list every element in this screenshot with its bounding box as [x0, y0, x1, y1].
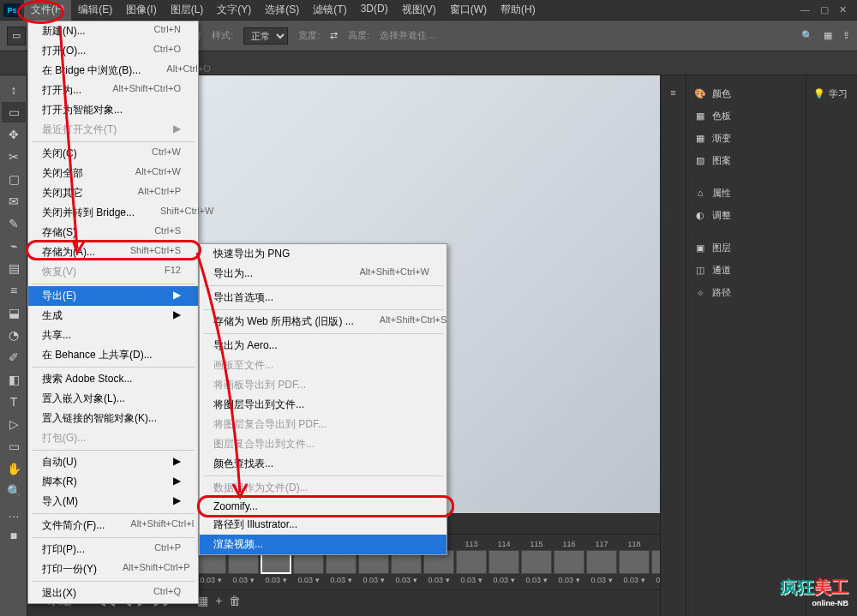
menu-3d[interactable]: 3D(D)	[354, 0, 395, 21]
marquee-tool-icon[interactable]: ▭	[7, 27, 26, 45]
panel-btn-色板[interactable]: ▦色板	[686, 105, 806, 127]
menu-image[interactable]: 图像(I)	[119, 0, 163, 21]
menu-item[interactable]: 打开(O)...Ctrl+O	[28, 41, 198, 61]
menu-view[interactable]: 视图(V)	[395, 0, 443, 21]
panel-btn-路径[interactable]: ⟐路径	[686, 281, 806, 303]
menu-item[interactable]: 导出首选项...	[200, 288, 446, 308]
minimize-icon[interactable]: —	[800, 4, 810, 15]
panel-btn-图层[interactable]: ▣图层	[686, 236, 806, 259]
menu-item[interactable]: 置入嵌入对象(L)...	[28, 389, 198, 409]
tool-4[interactable]: ▢	[2, 169, 26, 189]
panel-btn-调整[interactable]: ◐调整	[686, 204, 806, 226]
tool-16[interactable]: ▭	[2, 436, 26, 457]
tool-10[interactable]: ⬓	[2, 302, 26, 323]
menu-item[interactable]: 导出(E)▶	[28, 286, 198, 306]
menu-item[interactable]: 脚本(R)▶	[28, 472, 198, 492]
swap-icon[interactable]: ⇄	[330, 30, 338, 41]
menu-item[interactable]: 文件简介(F)...Alt+Shift+Ctrl+I	[28, 516, 198, 535]
menu-filter[interactable]: 滤镜(T)	[306, 0, 353, 21]
tool-14[interactable]: T	[2, 392, 26, 412]
menu-file[interactable]: 文件(F)	[24, 0, 71, 21]
menu-item[interactable]: 搜索 Adobe Stock...	[28, 369, 198, 389]
close-icon[interactable]: ✕	[839, 4, 847, 15]
workspace-icon[interactable]: ▦	[824, 30, 832, 41]
tool-19[interactable]: …	[2, 503, 26, 523]
menu-item[interactable]: 导出为...Alt+Shift+Ctrl+W	[200, 264, 446, 284]
new-frame-icon[interactable]: +	[215, 594, 222, 607]
menu-type[interactable]: 文字(Y)	[210, 0, 258, 21]
menu-item[interactable]: 打开为智能对象...	[28, 100, 198, 120]
panel-btn-颜色[interactable]: 🎨颜色	[686, 82, 806, 105]
menu-item[interactable]: Zoomify...	[200, 498, 446, 515]
menu-help[interactable]: 帮助(H)	[494, 0, 542, 21]
panel-btn-图案[interactable]: ▨图案	[686, 149, 806, 171]
timeline-frame[interactable]: 1180.03 ▾	[619, 540, 650, 584]
tool-17[interactable]: ✋	[2, 458, 26, 479]
panel-btn-通道[interactable]: ◫通道	[686, 259, 806, 281]
menu-item[interactable]: 在 Bridge 中浏览(B)...Alt+Ctrl+O	[28, 61, 198, 81]
menu-item[interactable]: 置入链接的智能对象(K)...	[28, 409, 198, 428]
menu-item[interactable]: 路径到 Illustrator...	[200, 515, 446, 535]
tool-11[interactable]: ◔	[2, 325, 26, 345]
menu-item[interactable]: 打开为...Alt+Shift+Ctrl+O	[28, 81, 198, 100]
maximize-icon[interactable]: ▢	[820, 4, 829, 15]
tool-2[interactable]: ✥	[2, 124, 26, 145]
menu-item[interactable]: 退出(X)Ctrl+Q	[28, 583, 198, 603]
timeline-frame[interactable]: 1140.03 ▾	[488, 540, 519, 584]
menu-item[interactable]: 打印一份(Y)Alt+Shift+Ctrl+P	[28, 559, 198, 579]
tool-9[interactable]: ≡	[2, 280, 26, 301]
delete-frame-icon[interactable]: 🗑	[229, 594, 241, 607]
tool-20[interactable]: ■	[2, 525, 26, 546]
timeline-frame[interactable]: 1130.03 ▾	[456, 540, 487, 584]
style-select[interactable]: 正常	[243, 27, 288, 45]
menu-item[interactable]: 导入(M)▶	[28, 492, 198, 511]
tool-3[interactable]: ✂	[2, 147, 26, 167]
panel-icon: ◐	[693, 210, 707, 221]
tool-7[interactable]: ⌁	[2, 236, 26, 256]
select-mask-label[interactable]: 选择并遮住...	[380, 29, 434, 42]
timeline-frame[interactable]: 1190.03 ▾	[651, 540, 660, 584]
menu-item[interactable]: 在 Behance 上共享(D)...	[28, 345, 198, 365]
strip-icon[interactable]: ≡	[661, 82, 686, 103]
share-icon[interactable]: ⇪	[842, 30, 850, 41]
tool-12[interactable]: ✐	[2, 347, 26, 368]
tool-18[interactable]: 🔍	[2, 481, 26, 501]
menu-item[interactable]: 导出为 Aero...	[200, 336, 446, 356]
menu-item[interactable]: 颜色查找表...	[200, 454, 446, 474]
panel-btn-渐变[interactable]: ▦渐变	[686, 127, 806, 149]
learn-button[interactable]: 💡 学习	[806, 82, 857, 105]
menu-item[interactable]: 渲染视频...	[200, 535, 446, 554]
tool-8[interactable]: ▤	[2, 258, 26, 278]
menu-item[interactable]: 新建(N)...Ctrl+N	[28, 21, 198, 41]
timeline-frame[interactable]: 1160.03 ▾	[554, 540, 584, 584]
menu-layer[interactable]: 图层(L)	[164, 0, 211, 21]
tool-13[interactable]: ◧	[2, 369, 26, 390]
menu-item[interactable]: 关闭全部Alt+Ctrl+W	[28, 164, 198, 183]
menubar: 文件(F) 编辑(E) 图像(I) 图层(L) 文字(Y) 选择(S) 滤镜(T…	[24, 0, 790, 21]
menu-item[interactable]: 关闭(C)Ctrl+W	[28, 144, 198, 164]
convert-icon[interactable]: ▦	[197, 594, 208, 607]
menu-item[interactable]: 存储(S)Ctrl+S	[28, 223, 198, 242]
menu-item[interactable]: 快速导出为 PNG	[200, 244, 446, 264]
menu-edit[interactable]: 编辑(E)	[71, 0, 119, 21]
menu-window[interactable]: 窗口(W)	[443, 0, 494, 21]
tool-1[interactable]: ▭	[2, 102, 26, 123]
menu-item[interactable]: 将图层导出到文件...	[200, 395, 446, 415]
timeline-frame[interactable]: 1170.03 ▾	[586, 540, 617, 584]
menu-item[interactable]: 关闭其它Alt+Ctrl+P	[28, 183, 198, 203]
menu-item[interactable]: 存储为(A)...Shift+Ctrl+S	[28, 242, 198, 262]
timeline-frame[interactable]: 1150.03 ▾	[521, 540, 552, 584]
menu-item[interactable]: 自动(U)▶	[28, 452, 198, 472]
tool-0[interactable]: ↕	[2, 80, 26, 100]
search-icon[interactable]: 🔍	[801, 30, 813, 41]
tool-5[interactable]: ✉	[2, 191, 26, 212]
menu-item[interactable]: 存储为 Web 所用格式 (旧版) ...Alt+Shift+Ctrl+S	[200, 312, 446, 332]
tool-6[interactable]: ✎	[2, 213, 26, 234]
menu-item[interactable]: 关闭并转到 Bridge...Shift+Ctrl+W	[28, 203, 198, 223]
menu-item[interactable]: 打印(P)...Ctrl+P	[28, 540, 198, 559]
menu-select[interactable]: 选择(S)	[258, 0, 306, 21]
panel-btn-属性[interactable]: ⌂属性	[686, 182, 806, 204]
menu-item[interactable]: 共享...	[28, 326, 198, 345]
menu-item[interactable]: 生成▶	[28, 306, 198, 326]
tool-15[interactable]: ▷	[2, 414, 26, 434]
